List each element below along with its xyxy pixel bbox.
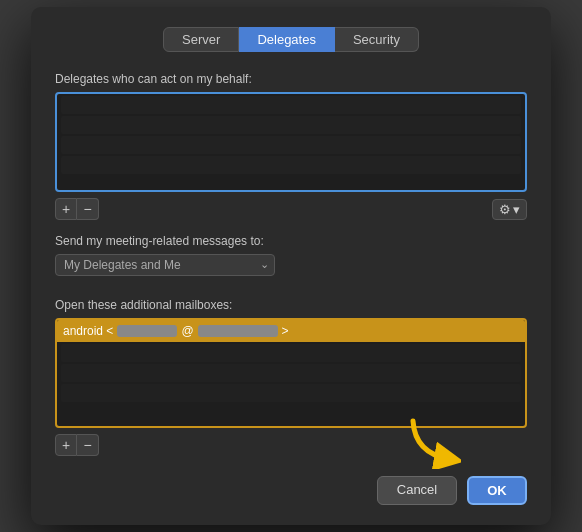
gear-icon: ⚙ — [499, 202, 511, 217]
delegates-label: Delegates who can act on my behalf: — [55, 72, 527, 86]
mailboxes-list[interactable]: android < @ > — [55, 318, 527, 428]
meeting-dropdown[interactable]: My Delegates and MeMy Delegates OnlyMe O… — [55, 254, 275, 276]
list-item — [61, 344, 521, 362]
email-domain-blur — [198, 325, 278, 337]
add-mailbox-button[interactable]: + — [55, 434, 77, 456]
mailboxes-label: Open these additional mailboxes: — [55, 298, 527, 312]
list-item — [61, 156, 521, 174]
meeting-dropdown-wrapper[interactable]: My Delegates and MeMy Delegates OnlyMe O… — [55, 254, 275, 276]
mailbox-prefix: android < — [63, 324, 113, 338]
meeting-label: Send my meeting-related messages to: — [55, 234, 527, 248]
list-item — [61, 136, 521, 154]
tab-server[interactable]: Server — [163, 27, 239, 52]
mailbox-add-remove-group: + − — [55, 434, 99, 456]
add-delegate-button[interactable]: + — [55, 198, 77, 220]
tab-security[interactable]: Security — [335, 27, 419, 52]
mailbox-selected-row[interactable]: android < @ > — [57, 320, 525, 342]
chevron-down-icon: ▾ — [513, 202, 520, 217]
cancel-button[interactable]: Cancel — [377, 476, 457, 505]
email-user-blur — [117, 325, 177, 337]
delegates-toolbar: + − ⚙ ▾ — [55, 198, 527, 220]
list-item — [61, 96, 521, 114]
mailboxes-toolbar: + − — [55, 434, 527, 456]
remove-delegate-button[interactable]: − — [77, 198, 99, 220]
tab-delegates[interactable]: Delegates — [239, 27, 335, 52]
gear-button[interactable]: ⚙ ▾ — [492, 199, 527, 220]
list-item — [61, 384, 521, 402]
remove-mailbox-button[interactable]: − — [77, 434, 99, 456]
dialog-window: Server Delegates Security Delegates who … — [31, 7, 551, 525]
ok-button[interactable]: OK — [467, 476, 527, 505]
meeting-section: Send my meeting-related messages to: My … — [55, 234, 527, 276]
list-item — [61, 364, 521, 382]
add-remove-group: + − — [55, 198, 99, 220]
tab-bar: Server Delegates Security — [55, 27, 527, 52]
mailbox-at: @ — [181, 324, 193, 338]
list-item — [61, 116, 521, 134]
delegates-list[interactable] — [55, 92, 527, 192]
dialog-footer: Cancel OK — [55, 476, 527, 505]
mailbox-suffix: > — [282, 324, 289, 338]
